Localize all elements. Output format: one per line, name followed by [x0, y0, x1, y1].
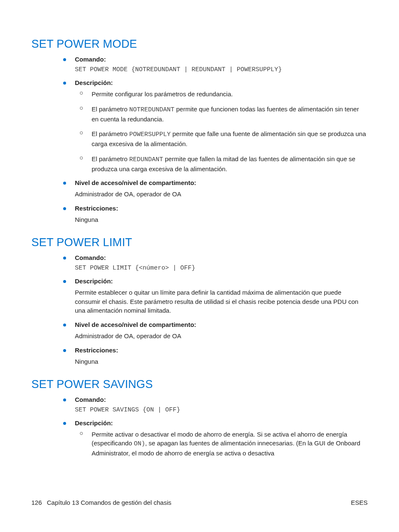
item-descripcion: Descripción: Permite establecer o quitar…	[63, 278, 368, 315]
command-code: SET POWER SAVINGS {ON | OFF}	[75, 406, 368, 414]
section-title: SET POWER SAVINGS	[31, 378, 368, 391]
section-set-power-savings: SET POWER SAVINGS Comando: SET POWER SAV…	[31, 378, 368, 458]
item-descripcion: Descripción: Permite configurar los pará…	[63, 79, 368, 173]
item-body: Administrador de OA, operador de OA	[75, 190, 368, 199]
item-comando: Comando: SET POWER MODE {NOTREDUNDANT | …	[63, 56, 368, 73]
section-title: SET POWER MODE	[31, 38, 368, 51]
inline-code: NOTREDUNDANT	[129, 106, 174, 113]
item-body: Ninguna	[75, 357, 368, 366]
item-nivel-acceso: Nivel de acceso/nivel de compartimento: …	[63, 321, 368, 341]
item-label: Comando:	[75, 254, 106, 261]
item-label: Nivel de acceso/nivel de compartimento:	[75, 179, 196, 186]
item-list: Comando: SET POWER MODE {NOTREDUNDANT | …	[63, 56, 368, 224]
item-comando: Comando: SET POWER SAVINGS {ON | OFF}	[63, 396, 368, 414]
item-body: Permite establecer o quitar un límite pa…	[75, 288, 368, 315]
sub-item: Permite configurar los parámetros de red…	[80, 90, 368, 99]
inline-code: ON)	[134, 440, 145, 447]
item-label: Nivel de acceso/nivel de compartimento:	[75, 321, 196, 328]
item-label: Descripción:	[75, 419, 113, 427]
inline-code: REDUNDANT	[129, 156, 163, 163]
item-label: Comando:	[75, 396, 106, 403]
section-set-power-limit: SET POWER LIMIT Comando: SET POWER LIMIT…	[31, 236, 368, 366]
sub-item: El parámetro NOTREDUNDANT permite que fu…	[80, 105, 368, 124]
item-body: Administrador de OA, operador de OA	[75, 332, 368, 341]
item-body: Ninguna	[75, 215, 368, 224]
text: Permite configurar los parámetros de red…	[92, 90, 233, 98]
item-comando: Comando: SET POWER LIMIT {<número> | OFF…	[63, 254, 368, 272]
command-code: SET POWER LIMIT {<número> | OFF}	[75, 265, 368, 272]
item-label: Descripción:	[75, 79, 113, 86]
sub-item: El parámetro REDUNDANT permite que falle…	[80, 154, 368, 174]
section-title: SET POWER LIMIT	[31, 236, 368, 249]
inline-code: POWERSUPPLY	[129, 131, 171, 138]
page-number: 126	[31, 499, 42, 506]
language-code: ESES	[351, 499, 368, 506]
item-restricciones: Restricciones: Ninguna	[63, 205, 368, 224]
text: El parámetro	[92, 130, 129, 137]
item-label: Descripción:	[75, 278, 113, 285]
sub-item: Permite activar o desactivar el modo de …	[80, 430, 368, 458]
sub-list: Permite activar o desactivar el modo de …	[80, 430, 368, 458]
text: El parámetro	[92, 105, 129, 113]
page-footer: 126 Capítulo 13 Comandos de gestión del …	[31, 499, 368, 506]
chapter-title: Capítulo 13 Comandos de gestión del chas…	[47, 499, 171, 506]
item-list: Comando: SET POWER LIMIT {<número> | OFF…	[63, 254, 368, 366]
item-restricciones: Restricciones: Ninguna	[63, 347, 368, 366]
command-code: SET POWER MODE {NOTREDUNDANT | REDUNDANT…	[75, 66, 368, 73]
item-list: Comando: SET POWER SAVINGS {ON | OFF} De…	[63, 396, 368, 458]
item-descripcion: Descripción: Permite activar o desactiva…	[63, 419, 368, 458]
item-label: Restricciones:	[75, 205, 118, 212]
page: SET POWER MODE Comando: SET POWER MODE {…	[0, 0, 399, 532]
section-set-power-mode: SET POWER MODE Comando: SET POWER MODE {…	[31, 38, 368, 224]
item-label: Restricciones:	[75, 347, 118, 354]
sub-item: El parámetro POWERSUPPLY permite que fal…	[80, 129, 368, 149]
footer-left: 126 Capítulo 13 Comandos de gestión del …	[31, 499, 171, 506]
item-nivel-acceso: Nivel de acceso/nivel de compartimento: …	[63, 179, 368, 199]
item-label: Comando:	[75, 56, 106, 63]
sub-list: Permite configurar los parámetros de red…	[80, 90, 368, 173]
text: El parámetro	[92, 155, 129, 162]
